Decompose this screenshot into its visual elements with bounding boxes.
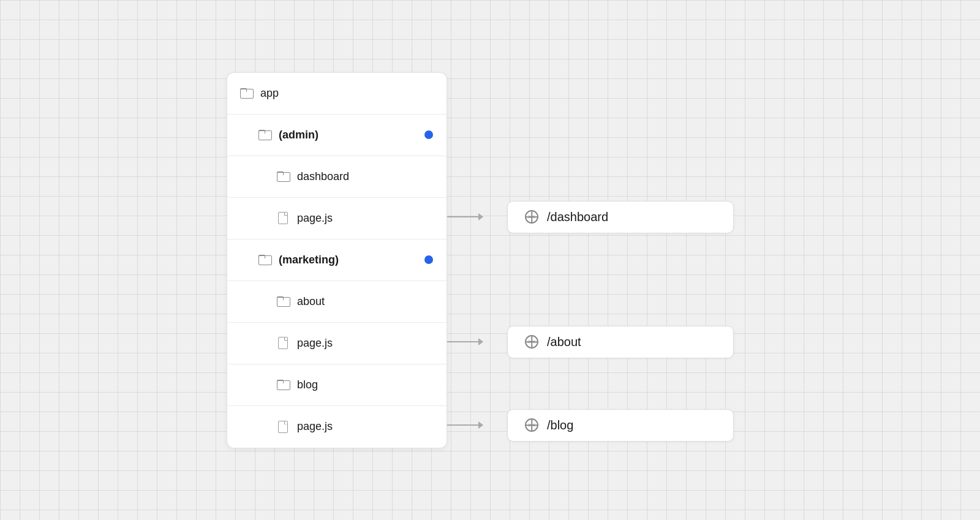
tree-label-about-page: page.js (297, 337, 333, 350)
arrow-dashboard (447, 216, 496, 217)
route-text-dashboard: /dashboard (547, 210, 608, 224)
main-container: app (admin) dashboard page.js (227, 72, 753, 448)
globe-icon-blog (525, 418, 538, 432)
arrow-line-dashboard (447, 216, 483, 217)
arrow-line-blog (447, 424, 483, 426)
folder-icon-dashboard (276, 170, 290, 183)
arrow-about (447, 341, 496, 342)
route-box-dashboard: /dashboard (507, 201, 734, 233)
tree-row-marketing: (marketing) (227, 239, 447, 281)
tree-row-admin: (admin) (227, 115, 447, 156)
tree-row-dashboard: dashboard (227, 156, 447, 198)
tree-label-dashboard-page: page.js (297, 212, 333, 225)
file-tree: app (admin) dashboard page.js (227, 72, 447, 448)
globe-icon-about (525, 335, 538, 349)
tree-row-app: app (227, 73, 447, 115)
file-icon-dashboard-page (276, 211, 290, 225)
file-icon-blog-page (276, 420, 290, 434)
tree-label-app: app (260, 87, 279, 100)
folder-icon-admin (258, 128, 271, 141)
file-icon-about-page (276, 336, 290, 350)
tree-label-about: about (297, 295, 325, 308)
arrow-line-about (447, 341, 483, 342)
globe-icon-dashboard (525, 210, 538, 224)
route-text-blog: /blog (547, 418, 573, 432)
tree-row-about-page: page.js (227, 323, 447, 364)
tree-row-blog: blog (227, 364, 447, 406)
tree-row-blog-page: page.js (227, 406, 447, 448)
route-text-about: /about (547, 335, 581, 349)
blue-dot-marketing (424, 255, 433, 264)
folder-icon-blog (276, 378, 290, 391)
arrow-blog (447, 424, 496, 426)
route-item-about: /about (447, 326, 734, 358)
tree-label-blog: blog (297, 379, 318, 391)
folder-icon-about (276, 295, 290, 308)
route-box-blog: /blog (507, 409, 734, 442)
folder-icon (239, 86, 253, 100)
route-item-dashboard: /dashboard (447, 201, 734, 233)
tree-row-about: about (227, 281, 447, 323)
tree-label-marketing: (marketing) (279, 254, 339, 266)
tree-label-admin: (admin) (279, 129, 318, 141)
tree-label-blog-page: page.js (297, 420, 333, 433)
tree-row-dashboard-page: page.js (227, 198, 447, 239)
folder-icon-marketing (258, 253, 271, 266)
blue-dot-admin (424, 130, 433, 139)
route-box-about: /about (507, 326, 734, 358)
route-item-blog: /blog (447, 409, 734, 442)
tree-label-dashboard: dashboard (297, 170, 349, 183)
